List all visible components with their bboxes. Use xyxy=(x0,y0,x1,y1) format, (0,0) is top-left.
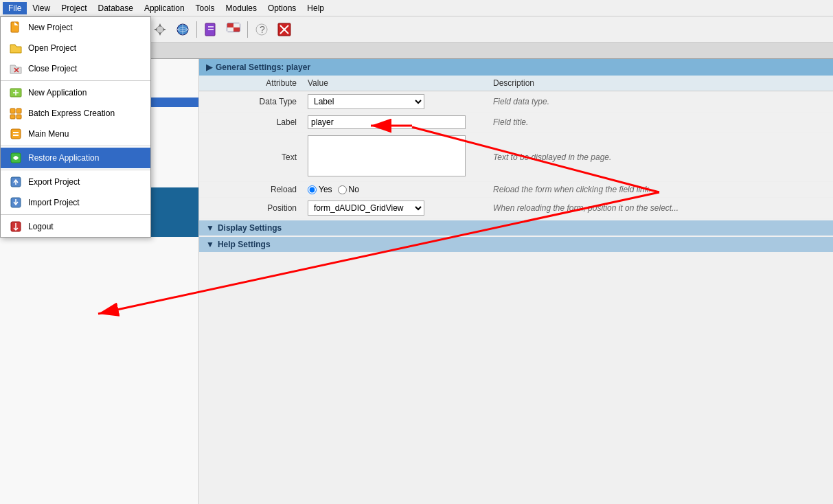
help-settings-title: Help Settings xyxy=(218,240,271,249)
val-reload: Yes No xyxy=(302,182,488,198)
menu-database[interactable]: Database xyxy=(93,2,139,14)
reload-no-label[interactable]: No xyxy=(338,185,359,194)
new-app-icon xyxy=(9,86,23,100)
svg-rect-41 xyxy=(10,115,15,119)
new-project-icon xyxy=(9,21,23,34)
menu-close-project[interactable]: Close Project xyxy=(1,58,150,79)
menu-sep-3 xyxy=(1,170,150,170)
menu-main-menu[interactable]: Main Menu xyxy=(1,124,150,144)
toolbar-help-book[interactable] xyxy=(201,19,221,40)
menu-new-project[interactable]: New Project xyxy=(1,17,150,38)
menu-file[interactable]: File xyxy=(3,2,27,14)
svg-rect-40 xyxy=(16,108,21,113)
row-datatype: Data Type Label Text Number Date Field d… xyxy=(199,91,833,113)
menu-item-label: New Application xyxy=(28,88,87,98)
menu-help[interactable]: Help xyxy=(301,2,330,14)
svg-rect-42 xyxy=(16,115,21,119)
val-datatype: Label Text Number Date xyxy=(302,91,488,113)
collapse-icon: ▶ xyxy=(206,62,212,72)
desc-position: When reloading the form, position it on … xyxy=(488,198,833,219)
menu-options[interactable]: Options xyxy=(262,2,301,14)
val-position: form_dAUDIO_GridView xyxy=(302,198,488,219)
reload-yes-label[interactable]: Yes xyxy=(308,185,332,194)
svg-rect-43 xyxy=(11,129,21,139)
datatype-select[interactable]: Label Text Number Date xyxy=(308,94,424,109)
text-textarea[interactable] xyxy=(308,135,466,176)
reload-no-radio[interactable] xyxy=(338,185,347,194)
menu-tools[interactable]: Tools xyxy=(190,2,220,14)
help-settings-header[interactable]: ▼ Help Settings xyxy=(199,237,833,252)
menu-sep-1 xyxy=(1,80,150,81)
menu-new-application[interactable]: New Application xyxy=(1,82,150,103)
attr-label: Label xyxy=(199,113,302,133)
import-icon xyxy=(9,196,23,209)
svg-rect-23 xyxy=(233,23,240,27)
logout-icon xyxy=(9,220,23,233)
menu-item-label: Close Project xyxy=(28,64,77,73)
attr-text: Text xyxy=(199,133,302,182)
menu-restore-application[interactable]: Restore Application xyxy=(1,148,150,168)
menu-item-label: Open Project xyxy=(28,43,76,53)
menu-batch-express[interactable]: Batch Express Creation xyxy=(1,103,150,124)
row-position: Position form_dAUDIO_GridView When reloa… xyxy=(199,198,833,219)
toolbar-flag[interactable] xyxy=(223,19,244,40)
col-value: Value xyxy=(302,76,488,91)
svg-rect-22 xyxy=(227,23,233,27)
desc-datatype: Field data type. xyxy=(488,91,833,113)
row-text: Text Text to be displayed in the page. xyxy=(199,133,833,182)
menu-import-project[interactable]: Import Project xyxy=(1,192,150,213)
toolbar-sep-4 xyxy=(247,21,248,38)
position-select[interactable]: form_dAUDIO_GridView xyxy=(308,201,424,216)
menu-modules[interactable]: Modules xyxy=(220,2,262,14)
desc-text: Text to be displayed in the page. xyxy=(488,133,833,182)
menu-view[interactable]: View xyxy=(27,2,56,14)
val-label xyxy=(302,113,488,133)
menu-project[interactable]: Project xyxy=(56,2,92,14)
reload-yes-radio[interactable] xyxy=(308,185,317,194)
export-icon xyxy=(9,175,23,189)
svg-text:?: ? xyxy=(260,24,265,35)
svg-rect-24 xyxy=(227,27,233,32)
menu-item-label: Batch Express Creation xyxy=(28,108,115,118)
desc-label: Field title. xyxy=(488,113,833,133)
display-settings-header[interactable]: ▼ Display Settings xyxy=(199,220,833,236)
menu-open-project[interactable]: Open Project xyxy=(1,38,150,58)
restore-icon xyxy=(9,151,23,165)
reload-radio-group: Yes No xyxy=(308,185,482,194)
batch-icon xyxy=(9,106,23,120)
section-title: General Settings: player xyxy=(216,62,310,72)
menu-sep-2 xyxy=(1,146,150,146)
desc-reload: Reload the form when clicking the field … xyxy=(488,182,833,198)
menu-item-label: Logout xyxy=(28,222,54,231)
menu-item-label: New Project xyxy=(28,23,73,32)
general-settings-header[interactable]: ▶ General Settings: player xyxy=(199,59,833,76)
toolbar-question[interactable]: ? xyxy=(251,19,272,40)
menu-application[interactable]: Application xyxy=(139,2,190,14)
menu-export-project[interactable]: Export Project xyxy=(1,172,150,192)
svg-rect-39 xyxy=(10,108,15,113)
toolbar-globe[interactable] xyxy=(172,19,193,40)
close-project-icon xyxy=(9,62,23,76)
menu-item-label: Main Menu xyxy=(28,129,69,139)
main-menu-icon xyxy=(9,127,23,141)
display-settings-title: Display Settings xyxy=(218,223,282,233)
menu-item-label: Export Project xyxy=(28,177,80,187)
svg-point-14 xyxy=(157,26,163,33)
attr-datatype: Data Type xyxy=(199,91,302,113)
menu-sep-4 xyxy=(1,214,150,215)
settings-table: Attribute Value Description Data Type La… xyxy=(199,76,833,219)
toolbar-exit[interactable] xyxy=(274,19,295,40)
svg-rect-45 xyxy=(13,135,19,136)
toolbar-settings2[interactable] xyxy=(150,19,170,40)
collapse-icon: ▼ xyxy=(206,240,214,249)
label-input[interactable] xyxy=(308,115,466,129)
right-panel: ▶ General Settings: player Attribute Val… xyxy=(199,59,833,504)
menu-item-label: Import Project xyxy=(28,198,80,207)
val-text xyxy=(302,133,488,182)
file-dropdown-menu: New Project Open Project Close Project N… xyxy=(0,16,151,238)
svg-rect-44 xyxy=(13,132,19,133)
menubar: File View Project Database Application T… xyxy=(0,0,833,16)
menu-logout[interactable]: Logout xyxy=(1,216,150,237)
row-reload: Reload Yes No Reload the f xyxy=(199,182,833,198)
row-label: Label Field title. xyxy=(199,113,833,133)
